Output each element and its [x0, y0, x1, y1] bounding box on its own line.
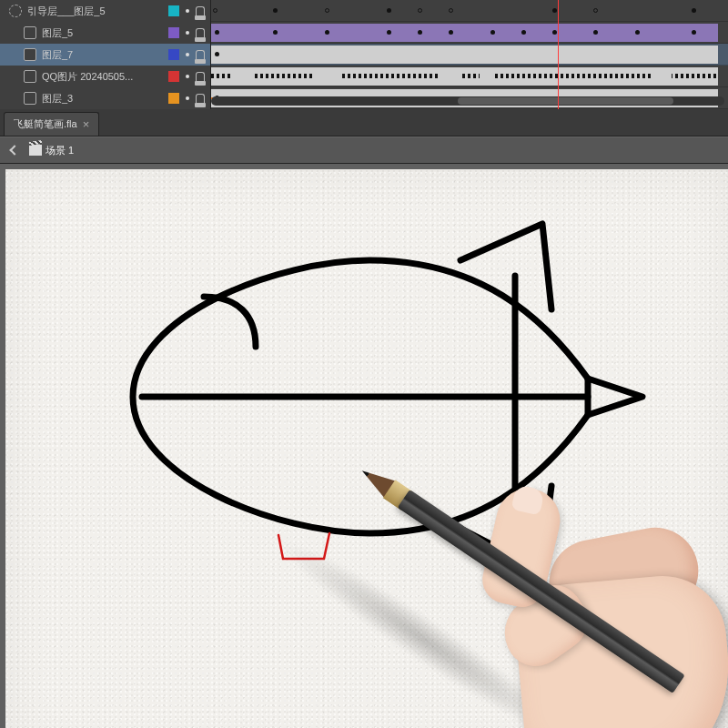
- playhead[interactable]: [558, 0, 559, 109]
- layer-row[interactable]: 图层_3: [0, 87, 210, 109]
- visibility-toggle-icon[interactable]: [186, 31, 189, 35]
- visibility-toggle-icon[interactable]: [186, 96, 189, 100]
- layer-icon: [24, 26, 36, 39]
- outline-color-swatch[interactable]: [168, 71, 179, 82]
- scene-label[interactable]: 场景 1: [46, 144, 74, 157]
- layer-name: QQ图片 20240505...: [42, 70, 147, 84]
- layer-controls: [147, 49, 210, 60]
- outline-color-swatch[interactable]: [168, 27, 179, 38]
- visibility-toggle-icon[interactable]: [186, 9, 189, 13]
- lock-icon[interactable]: [196, 72, 205, 81]
- layer-list: 引导层___图层_5 图层_5 图层_7: [0, 0, 211, 109]
- scene-breadcrumb-bar: 场景 1: [0, 136, 728, 164]
- frames-row[interactable]: /* dots drawn by CSS repeating-gradient …: [211, 66, 728, 87]
- layer-row-guide[interactable]: 引导层___图层_5: [0, 0, 210, 22]
- layer-icon: [24, 70, 36, 83]
- layer-controls: [147, 27, 210, 38]
- outline-color-swatch[interactable]: [168, 49, 179, 60]
- layer-row-selected[interactable]: 图层_7: [0, 44, 210, 66]
- layer-icon: [24, 48, 36, 61]
- layer-controls: [147, 71, 210, 82]
- paper-canvas[interactable]: [5, 169, 728, 728]
- guide-layer-icon: [9, 5, 22, 17]
- layer-icon: [24, 92, 36, 105]
- document-tab[interactable]: 飞艇简笔画.fla ×: [4, 112, 99, 136]
- timeline-panel: 引导层___图层_5 图层_5 图层_7: [0, 0, 728, 109]
- frames-row[interactable]: [211, 44, 728, 66]
- layer-name: 图层_3: [42, 92, 147, 106]
- visibility-toggle-icon[interactable]: [186, 53, 189, 56]
- scene-clapper-icon: [29, 145, 42, 156]
- visibility-toggle-icon[interactable]: [186, 75, 189, 78]
- outline-color-swatch[interactable]: [168, 5, 179, 16]
- lock-icon[interactable]: [196, 94, 205, 103]
- layer-name: 图层_5: [42, 26, 147, 40]
- layer-row[interactable]: QQ图片 20240505...: [0, 66, 210, 87]
- stage[interactable]: [0, 164, 728, 728]
- layer-row[interactable]: 图层_5: [0, 22, 210, 44]
- timeline-scrollbar-thumb[interactable]: [458, 97, 673, 105]
- layer-controls: [147, 5, 210, 16]
- outline-color-swatch[interactable]: [168, 93, 179, 104]
- frames-row[interactable]: [211, 0, 728, 22]
- layer-name: 图层_7: [42, 48, 147, 62]
- frames-row[interactable]: [211, 22, 728, 44]
- layer-controls: [147, 93, 210, 104]
- back-arrow-icon[interactable]: [7, 144, 20, 157]
- lock-icon[interactable]: [196, 6, 205, 15]
- timeline-scrollbar[interactable]: [211, 96, 724, 106]
- frames-area[interactable]: /* dots drawn by CSS repeating-gradient …: [211, 0, 728, 109]
- lock-icon[interactable]: [196, 50, 205, 59]
- document-tab-bar: 飞艇简笔画.fla ×: [0, 109, 728, 136]
- layer-name: 引导层___图层_5: [27, 5, 147, 18]
- lock-icon[interactable]: [196, 28, 205, 37]
- layers-and-frames: 引导层___图层_5 图层_5 图层_7: [0, 0, 728, 109]
- close-icon[interactable]: ×: [83, 117, 90, 131]
- document-tab-title: 飞艇简笔画.fla: [14, 117, 77, 131]
